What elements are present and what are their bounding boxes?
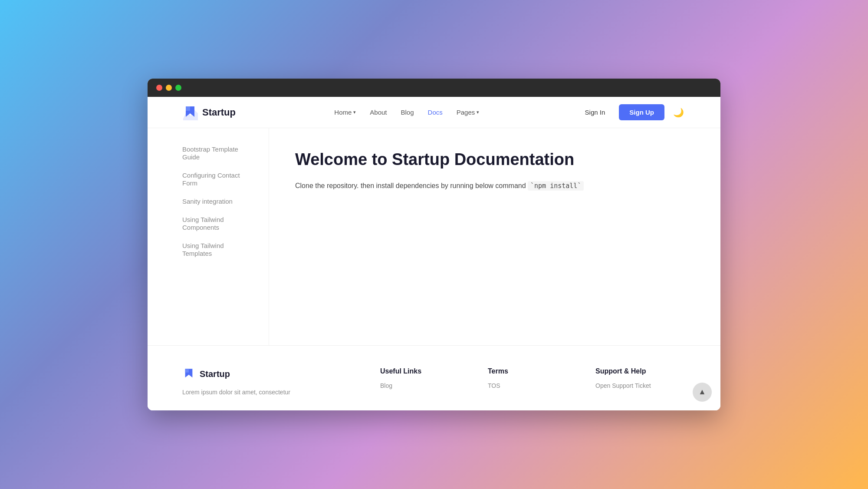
sidebar: Bootstrap Template Guide Configuring Con… (148, 128, 269, 345)
sidebar-link-tailwind-templates[interactable]: Using Tailwind Templates (182, 242, 224, 257)
pages-chevron-icon: ▾ (477, 109, 479, 115)
pages-label: Pages (457, 109, 475, 116)
browser-chrome (148, 79, 720, 97)
footer-link-blog[interactable]: Blog (380, 382, 470, 389)
nav-item-docs[interactable]: Docs (428, 109, 443, 116)
docs-title: Welcome to Startup Documentation (295, 150, 686, 170)
sidebar-item-bootstrap[interactable]: Bootstrap Template Guide (182, 145, 251, 161)
sidebar-link-bootstrap[interactable]: Bootstrap Template Guide (182, 145, 238, 161)
docs-code-snippet: `npm install` (528, 181, 584, 191)
footer-support-heading: Support & Help (595, 367, 686, 375)
nav-item-home[interactable]: Home ▾ (334, 109, 356, 116)
sidebar-link-tailwind-components[interactable]: Using Tailwind Components (182, 216, 224, 231)
nav-item-pages[interactable]: Pages ▾ (457, 109, 480, 116)
sidebar-link-contact[interactable]: Configuring Contact Form (182, 172, 240, 187)
home-label: Home (334, 109, 352, 116)
nav-item-about[interactable]: About (370, 109, 387, 116)
footer: Startup Lorem ipsum dolor sit amet, cons… (148, 345, 720, 410)
moon-icon: 🌙 (673, 108, 684, 117)
sign-in-button[interactable]: Sign In (578, 105, 612, 119)
navbar: Startup Home ▾ About Blog Docs (148, 97, 720, 128)
nav-links: Home ▾ About Blog Docs Pages ▾ (334, 109, 479, 116)
sidebar-item-contact[interactable]: Configuring Contact Form (182, 172, 251, 187)
nav-item-blog[interactable]: Blog (401, 109, 414, 116)
footer-logo-icon (182, 367, 195, 380)
sidebar-item-tailwind-templates[interactable]: Using Tailwind Templates (182, 242, 251, 258)
footer-useful-links-heading: Useful Links (380, 367, 470, 375)
docs-description: Clone the repository. then install depen… (295, 180, 686, 192)
footer-brand-text: Startup (200, 369, 230, 379)
logo-icon (182, 105, 198, 120)
docs-content: Welcome to Startup Documentation Clone t… (269, 128, 720, 345)
scroll-to-top-button[interactable]: ▲ (693, 383, 712, 402)
main-layout: Bootstrap Template Guide Configuring Con… (148, 128, 720, 345)
dark-mode-toggle[interactable]: 🌙 (671, 106, 686, 119)
sidebar-nav: Bootstrap Template Guide Configuring Con… (182, 145, 251, 258)
sidebar-item-sanity[interactable]: Sanity integration (182, 198, 251, 205)
sidebar-link-sanity[interactable]: Sanity integration (182, 198, 233, 205)
close-button[interactable] (156, 85, 162, 91)
chevron-up-icon: ▲ (698, 387, 706, 396)
sign-up-button[interactable]: Sign Up (619, 104, 664, 120)
sidebar-item-tailwind-components[interactable]: Using Tailwind Components (182, 216, 251, 231)
footer-desc: Lorem ipsum dolor sit amet, consectetur (182, 387, 363, 397)
footer-useful-links: Useful Links Blog (380, 367, 470, 397)
minimize-button[interactable] (166, 85, 172, 91)
footer-link-support-ticket[interactable]: Open Support Ticket (595, 382, 686, 389)
nav-actions: Sign In Sign Up 🌙 (578, 104, 686, 120)
docs-description-text: Clone the repository. then install depen… (295, 182, 528, 189)
footer-terms: Terms TOS (488, 367, 578, 397)
maximize-button[interactable] (175, 85, 181, 91)
footer-terms-heading: Terms (488, 367, 578, 375)
logo-text: Startup (202, 107, 236, 118)
home-chevron-icon: ▾ (353, 109, 356, 115)
footer-brand: Startup Lorem ipsum dolor sit amet, cons… (182, 367, 363, 397)
footer-support: Support & Help Open Support Ticket (595, 367, 686, 397)
footer-link-tos[interactable]: TOS (488, 382, 578, 389)
nav-logo[interactable]: Startup (182, 105, 236, 120)
